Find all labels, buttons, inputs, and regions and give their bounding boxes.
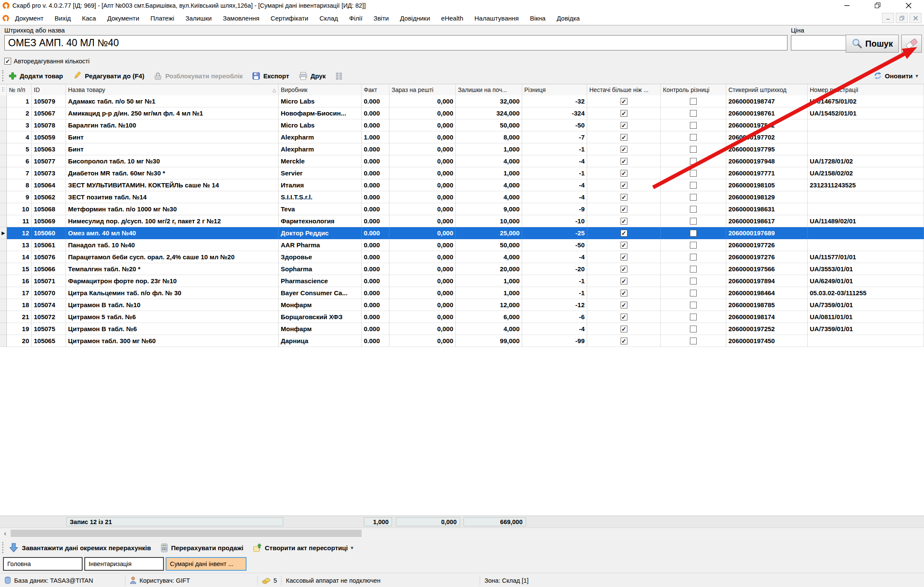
control-checkbox[interactable] <box>690 278 697 285</box>
row-indicator-gutter[interactable] <box>0 251 7 263</box>
table-row[interactable]: 14105076Парацетамол беби сусп. орал. 2,4… <box>0 251 924 263</box>
menu-item-склад[interactable]: Склад <box>314 15 343 22</box>
control-checkbox[interactable] <box>690 182 697 189</box>
row-indicator-gutter[interactable] <box>0 107 7 119</box>
unlock-recount-button[interactable]: Розблокувати переоблік <box>154 72 243 80</box>
control-checkbox[interactable] <box>690 266 697 273</box>
shortage-checkbox[interactable] <box>621 110 627 117</box>
column-header-shortage[interactable]: Нестачі більше ніж ... <box>587 84 661 95</box>
control-checkbox[interactable] <box>690 134 697 141</box>
table-row[interactable]: 15105066Темпалгин табл. №20 *Sopharma0.0… <box>0 263 924 275</box>
row-indicator-gutter[interactable] <box>0 323 7 335</box>
table-row[interactable]: 21105072Цитрамон 5 табл. №6Борщаговский … <box>0 311 924 323</box>
menu-item-філії[interactable]: Філії <box>344 15 368 22</box>
create-act-button[interactable]: Створити акт пересортиці ▾ <box>253 543 354 552</box>
table-row[interactable]: 17105070Цитра Кальцемин таб. п/о фл. № 3… <box>0 287 924 299</box>
row-indicator-gutter[interactable] <box>0 299 7 311</box>
mdi-restore-button[interactable] <box>896 13 908 23</box>
control-checkbox[interactable] <box>690 242 697 249</box>
row-indicator-gutter[interactable] <box>0 335 7 347</box>
control-checkbox[interactable] <box>690 290 697 296</box>
print-button[interactable]: Друк <box>299 72 326 80</box>
shortage-checkbox[interactable] <box>621 134 627 141</box>
column-header-control[interactable]: Контроль різниці <box>661 84 726 95</box>
control-checkbox[interactable] <box>690 146 697 153</box>
tab-main[interactable]: Головна <box>3 557 83 571</box>
search-button[interactable]: Пошук <box>846 35 899 53</box>
column-header-id[interactable]: ID <box>32 84 66 95</box>
row-indicator-gutter[interactable] <box>0 239 7 251</box>
row-indicator-gutter[interactable] <box>0 215 7 227</box>
scroll-left-arrow-icon[interactable]: ‹ <box>1 529 9 537</box>
menu-item-платежі[interactable]: Платежі <box>145 15 180 22</box>
table-row[interactable]: 10105068Метформин табл. п/о 1000 мг №30T… <box>0 203 924 215</box>
menu-item-довідка[interactable]: Довідка <box>551 15 585 22</box>
shortage-checkbox[interactable] <box>621 158 627 165</box>
column-header-diff[interactable]: Різниця <box>522 84 587 95</box>
row-indicator-gutter[interactable] <box>0 275 7 287</box>
row-indicator-gutter[interactable] <box>0 167 7 179</box>
table-row[interactable]: 16105071Фармацитрон форте пор. 23г №10Ph… <box>0 275 924 287</box>
selected-row-marker[interactable]: ▶ <box>0 227 7 239</box>
table-row[interactable]: 20105065Цитрамон табл. 300 мг №60Дарница… <box>0 335 924 347</box>
control-checkbox[interactable] <box>690 194 697 201</box>
barcode-input[interactable] <box>4 35 787 50</box>
row-indicator-gutter[interactable] <box>0 287 7 299</box>
edit-button[interactable]: Редагувати до (F4) <box>72 71 144 80</box>
table-row[interactable]: 6105077Бисопролол табл. 10 мг №30Merckle… <box>0 155 924 167</box>
toolbar-grip[interactable] <box>2 70 5 81</box>
row-indicator-gutter[interactable] <box>0 179 7 191</box>
shortage-checkbox[interactable] <box>621 170 627 177</box>
shortage-checkbox[interactable] <box>621 254 627 261</box>
columns-icon[interactable] <box>335 72 343 80</box>
control-checkbox[interactable] <box>690 170 697 177</box>
table-row[interactable]: 2105067Амикацид р-р д/ин. 250 мг/мл фл. … <box>0 107 924 119</box>
window-restore-button[interactable] <box>862 0 893 11</box>
load-recounts-button[interactable]: Завантажити дані окремих перерахунків <box>9 543 151 553</box>
table-row[interactable]: ▶12105060Омез амп. 40 мл №40Доктор Редди… <box>0 227 924 239</box>
control-checkbox[interactable] <box>690 206 697 213</box>
control-checkbox[interactable] <box>690 338 697 344</box>
menu-item-залишки[interactable]: Залишки <box>180 15 217 22</box>
menu-item-каса[interactable]: Каса <box>77 15 102 22</box>
column-header-now[interactable]: Зараз на решті <box>389 84 456 95</box>
menu-item-налаштування[interactable]: Налаштування <box>469 15 525 22</box>
column-header-fact[interactable]: Факт <box>362 84 389 95</box>
shortage-checkbox[interactable] <box>621 182 627 189</box>
shortage-checkbox[interactable] <box>621 266 627 273</box>
menu-item-сертифікати[interactable]: Сертифікати <box>265 15 314 22</box>
table-row[interactable]: 9105062ЗЕСТ позитив табл. №14S.I.I.T.S.r… <box>0 191 924 203</box>
shortage-checkbox[interactable] <box>621 146 627 153</box>
table-row[interactable]: 13105061Панадол таб. 10 №40AAR Pharma0.0… <box>0 239 924 251</box>
window-minimize-button[interactable] <box>832 0 862 11</box>
table-row[interactable]: 3105078Баралгин табл. №100Micro Labs0.00… <box>0 119 924 131</box>
shortage-checkbox[interactable] <box>621 218 627 225</box>
menu-item-замовлення[interactable]: Замовлення <box>217 15 265 22</box>
column-header-n[interactable]: № п/п <box>7 84 32 95</box>
column-header-sticker[interactable]: Стикерний штрихкод <box>726 84 808 95</box>
shortage-checkbox[interactable] <box>621 242 627 249</box>
control-checkbox[interactable] <box>690 98 697 105</box>
window-close-button[interactable] <box>893 0 924 11</box>
row-indicator-gutter[interactable] <box>0 203 7 215</box>
menu-item-документ[interactable]: Документ <box>9 15 49 22</box>
shortage-checkbox[interactable] <box>621 122 627 129</box>
control-checkbox[interactable] <box>690 254 697 261</box>
control-checkbox[interactable] <box>690 302 697 308</box>
menu-item-вихід[interactable]: Вихід <box>49 15 77 22</box>
price-input[interactable] <box>791 35 847 50</box>
shortage-checkbox[interactable] <box>621 194 627 201</box>
row-indicator-gutter[interactable] <box>0 119 7 131</box>
table-row[interactable]: 7105073Диабетон MR табл. 60мг №30 *Servi… <box>0 167 924 179</box>
table-row[interactable]: 18105074Цитрамон В табл. №10Монфарм0.000… <box>0 299 924 311</box>
tab-summary-inventory[interactable]: Сумарні дані інвент ... <box>166 557 247 571</box>
control-checkbox[interactable] <box>690 218 697 225</box>
control-checkbox[interactable] <box>690 326 697 332</box>
shortage-checkbox[interactable] <box>621 290 627 296</box>
menu-item-звіти[interactable]: Звіти <box>368 15 395 22</box>
refresh-dropdown-caret[interactable]: ▾ <box>915 73 918 79</box>
export-button[interactable]: Експорт <box>252 72 289 80</box>
row-indicator-gutter[interactable] <box>0 95 7 107</box>
scrollbar-thumb[interactable] <box>11 530 362 537</box>
shortage-checkbox[interactable] <box>621 98 627 105</box>
